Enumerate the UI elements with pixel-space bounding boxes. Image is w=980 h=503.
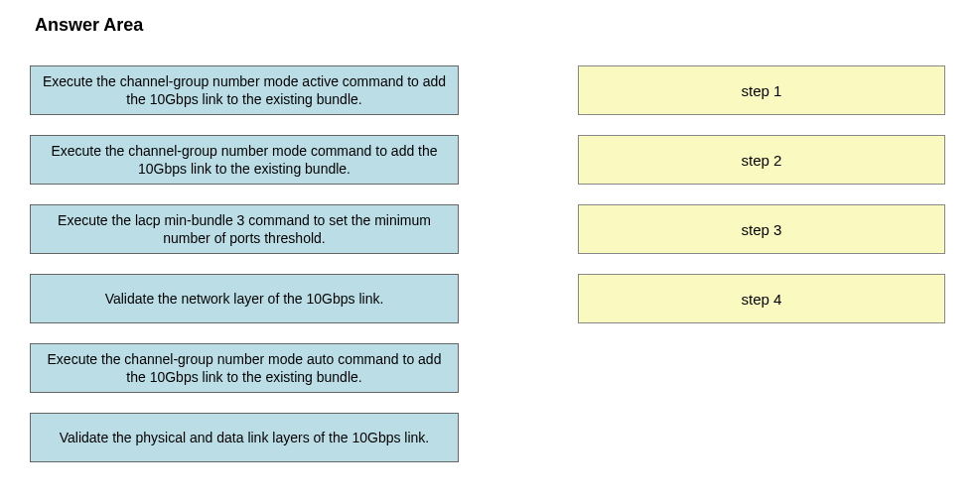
page-title: Answer Area: [35, 15, 950, 36]
source-item[interactable]: Validate the physical and data link laye…: [30, 413, 459, 462]
target-item[interactable]: step 4: [578, 274, 945, 323]
source-item[interactable]: Validate the network layer of the 10Gbps…: [30, 274, 459, 323]
source-item[interactable]: Execute the lacp min-bundle 3 command to…: [30, 204, 459, 254]
source-item[interactable]: Execute the channel-group number mode ac…: [30, 65, 459, 115]
drag-drop-container: Execute the channel-group number mode ac…: [30, 65, 950, 462]
source-column: Execute the channel-group number mode ac…: [30, 65, 459, 462]
target-item[interactable]: step 3: [578, 204, 945, 254]
source-item[interactable]: Execute the channel-group number mode au…: [30, 343, 459, 393]
target-column: step 1 step 2 step 3 step 4: [578, 65, 945, 462]
target-item[interactable]: step 1: [578, 65, 945, 115]
source-item[interactable]: Execute the channel-group number mode co…: [30, 135, 459, 185]
target-item[interactable]: step 2: [578, 135, 945, 185]
